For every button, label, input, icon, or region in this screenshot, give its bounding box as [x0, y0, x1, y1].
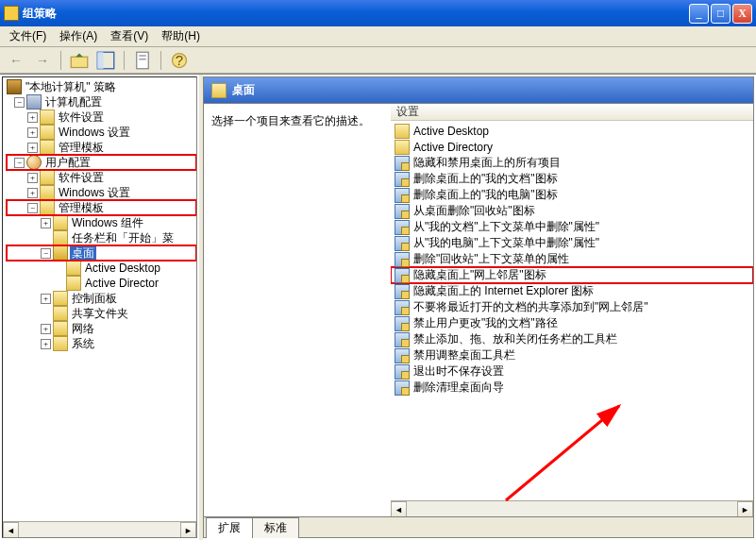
list-row[interactable]: 禁用调整桌面工具栏 [391, 347, 753, 363]
menu-action[interactable]: 操作(A) [54, 26, 103, 46]
close-button[interactable]: X [732, 4, 752, 24]
svg-rect-3 [137, 52, 149, 69]
expander-minus-icon[interactable]: − [41, 248, 51, 259]
toolbar: ? [0, 47, 756, 74]
column-header[interactable]: 设置 [391, 104, 753, 121]
tree-label: Windows 组件 [70, 215, 145, 231]
menu-help[interactable]: 帮助(H) [156, 26, 206, 46]
tree-software-settings-user[interactable]: + 软件设置 [7, 170, 196, 185]
scroll-left-button[interactable]: ◄ [391, 501, 407, 516]
minimize-button[interactable]: _ [689, 4, 709, 24]
tree-label: 软件设置 [57, 170, 106, 186]
show-hide-tree-button[interactable] [95, 50, 116, 71]
list-item-label: 从"我的电脑"上下文菜单中删除"属性" [413, 235, 599, 251]
list-row[interactable]: 从"我的电脑"上下文菜单中删除"属性" [391, 235, 753, 251]
expander-plus-icon[interactable]: + [27, 143, 38, 153]
tabs: 扩展 标准 [203, 517, 754, 538]
list-pane[interactable]: 设置 Active DesktopActive Directory隐藏和禁用桌面… [391, 104, 753, 516]
tree-taskbar-start[interactable]: 任务栏和「开始」菜 [7, 230, 196, 245]
menu-view[interactable]: 查看(V) [105, 26, 154, 46]
expander-plus-icon[interactable]: + [27, 112, 38, 123]
tree-label: Windows 设置 [57, 185, 132, 201]
list-row[interactable]: 禁止添加、拖、放和关闭任务栏的工具栏 [391, 331, 753, 347]
tree-label: "本地计算机" 策略 [24, 79, 118, 95]
expander-plus-icon[interactable]: + [41, 218, 51, 228]
list-row[interactable]: 禁止用户更改"我的文档"路径 [391, 315, 753, 331]
tree-shared-folders[interactable]: 共享文件夹 [7, 306, 196, 321]
titlebar[interactable]: 组策略 _ □ X [0, 0, 756, 26]
expander-plus-icon[interactable]: + [27, 127, 38, 138]
tree-active-directory[interactable]: Active Director [7, 276, 196, 291]
list-row[interactable]: 退出时不保存设置 [391, 363, 753, 380]
scroll-right-button[interactable]: ► [737, 501, 753, 516]
list-hscroll[interactable]: ◄ ► [391, 500, 753, 516]
list-row[interactable]: 从桌面删除"回收站"图标 [391, 203, 753, 219]
list-row[interactable]: 隐藏桌面上的 Internet Explorer 图标 [391, 283, 753, 299]
list-row[interactable]: 删除桌面上的"我的文档"图标 [391, 171, 753, 187]
up-button[interactable] [69, 50, 90, 71]
folder-icon [395, 140, 410, 155]
back-button[interactable] [6, 50, 26, 71]
tree-system[interactable]: + 系统 [7, 336, 196, 351]
tree-software-settings[interactable]: + 软件设置 [7, 110, 196, 125]
list-row[interactable]: 删除清理桌面向导 [391, 380, 753, 396]
scroll-left-button[interactable]: ◄ [3, 522, 19, 538]
tree-network[interactable]: + 网络 [7, 321, 196, 336]
tree-admin-templates-user[interactable]: − 管理模板 [7, 200, 196, 215]
tree-hscroll[interactable]: ◄ ► [3, 521, 196, 537]
expander-minus-icon[interactable]: − [14, 158, 25, 168]
tree-admin-templates[interactable]: + 管理模板 [7, 140, 196, 155]
expander-plus-icon[interactable]: + [41, 339, 51, 349]
help-button[interactable]: ? [169, 50, 190, 71]
tree-pane[interactable]: "本地计算机" 策略 − 计算机配置 + 软件设置 + Windows 设置 [2, 76, 197, 538]
tree-desktop[interactable]: − 桌面 [7, 245, 196, 261]
forward-button[interactable] [32, 50, 53, 71]
tree-user-config[interactable]: − 用户配置 [7, 155, 196, 170]
tree-label: 用户配置 [43, 155, 92, 171]
user-icon [26, 155, 42, 170]
properties-button[interactable] [132, 50, 153, 71]
tree-label: 管理模板 [57, 200, 106, 216]
setting-icon [395, 284, 410, 299]
list-row[interactable]: 隐藏桌面上"网上邻居"图标 [391, 267, 753, 283]
scroll-right-button[interactable]: ► [180, 522, 196, 538]
list-item-label: 隐藏桌面上"网上邻居"图标 [413, 267, 546, 283]
tree-windows-components[interactable]: + Windows 组件 [7, 215, 196, 230]
list-item-label: Active Desktop [413, 125, 489, 138]
list-row[interactable]: 从"我的文档"上下文菜单中删除"属性" [391, 219, 753, 235]
tree-windows-settings[interactable]: + Windows 设置 [7, 125, 196, 140]
tree-control-panel[interactable]: + 控制面板 [7, 291, 196, 306]
menu-file[interactable]: 文件(F) [4, 26, 52, 46]
tree-computer-config[interactable]: − 计算机配置 [7, 94, 196, 110]
tab-extended[interactable]: 扩展 [206, 517, 253, 538]
expander-minus-icon[interactable]: − [14, 97, 25, 108]
expander-plus-icon[interactable]: + [41, 294, 51, 304]
expander-plus-icon[interactable]: + [27, 188, 38, 198]
folder-icon [40, 140, 55, 155]
scroll-track[interactable] [407, 501, 737, 516]
list-row[interactable]: 不要将最近打开的文档的共享添加到"网上邻居" [391, 299, 753, 315]
tab-standard[interactable]: 标准 [252, 517, 299, 538]
scroll-track[interactable] [19, 522, 180, 537]
expander-minus-icon[interactable]: − [27, 203, 38, 213]
tree-active-desktop[interactable]: Active Desktop [7, 261, 196, 276]
list-row[interactable]: 隐藏和禁用桌面上的所有项目 [391, 155, 753, 171]
folder-icon [40, 200, 55, 215]
expander-plus-icon[interactable]: + [27, 173, 38, 183]
setting-icon [395, 236, 410, 251]
tree-windows-settings-user[interactable]: + Windows 设置 [7, 185, 196, 200]
tree-label: 任务栏和「开始」菜 [70, 230, 176, 246]
list-row[interactable]: Active Directory [391, 139, 753, 155]
list-row[interactable]: Active Desktop [391, 123, 753, 139]
folder-icon [40, 170, 55, 185]
list-row[interactable]: 删除桌面上的"我的电脑"图标 [391, 187, 753, 203]
expander-plus-icon[interactable]: + [41, 324, 51, 334]
list-item-label: 从"我的文档"上下文菜单中删除"属性" [413, 219, 599, 235]
folder-icon [53, 291, 68, 306]
tree-root[interactable]: "本地计算机" 策略 [7, 79, 196, 94]
maximize-button[interactable]: □ [711, 4, 731, 24]
tree-label: 计算机配置 [43, 94, 104, 110]
list-row[interactable]: 删除"回收站"上下文菜单的属性 [391, 251, 753, 267]
description-pane: 选择一个项目来查看它的描述。 [204, 104, 391, 516]
list-item-label: 删除桌面上的"我的电脑"图标 [413, 187, 558, 203]
